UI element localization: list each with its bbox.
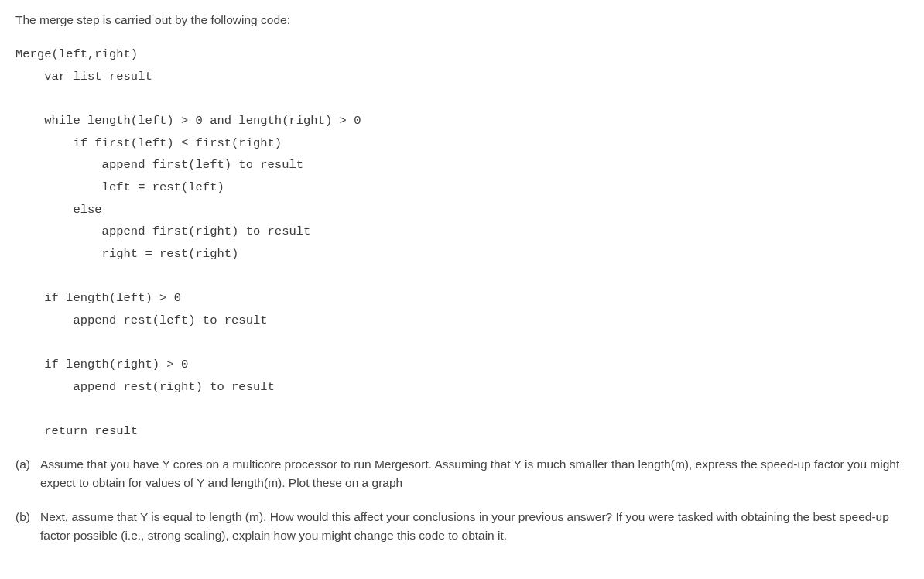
question-list: (a) Assume that you have Y cores on a mu… bbox=[15, 455, 909, 545]
question-text-b: Next, assume that Y is equal to length (… bbox=[40, 508, 909, 545]
question-a: (a) Assume that you have Y cores on a mu… bbox=[15, 455, 909, 492]
question-label-b: (b) bbox=[15, 508, 36, 526]
merge-pseudocode: Merge(left,right) var list result while … bbox=[15, 43, 909, 443]
question-text-a: Assume that you have Y cores on a multic… bbox=[40, 455, 909, 492]
question-b: (b) Next, assume that Y is equal to leng… bbox=[15, 508, 909, 545]
intro-paragraph: The merge step is carried out by the fol… bbox=[15, 11, 909, 29]
question-label-a: (a) bbox=[15, 455, 36, 474]
